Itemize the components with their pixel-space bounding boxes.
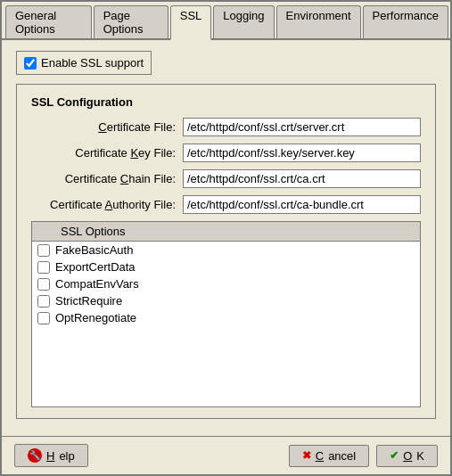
help-icon: 🔧 [28, 448, 42, 463]
tab-environment[interactable]: Environment [276, 5, 361, 38]
tab-page-options[interactable]: Page Options [94, 5, 168, 38]
ssl-option-exportcertdata-checkbox[interactable] [37, 261, 50, 274]
ssl-option-strictrequire-label: StrictRequire [55, 294, 122, 308]
cert-authority-file-label: Certificate Authority File: [31, 198, 183, 211]
cert-file-input[interactable] [183, 118, 421, 136]
help-button[interactable]: 🔧 Help [14, 444, 88, 467]
enable-ssl-label[interactable]: Enable SSL support [41, 56, 144, 70]
enable-ssl-checkbox[interactable] [24, 57, 37, 70]
cert-file-row: Certificate File: [31, 118, 421, 136]
ssl-option-strictrequire-checkbox[interactable] [37, 295, 50, 308]
tab-performance[interactable]: Performance [363, 5, 448, 38]
cert-key-file-label: Certificate Key File: [31, 146, 183, 160]
cancel-button[interactable]: ✖ Cancel [289, 445, 369, 467]
cert-chain-label-underline: C [120, 172, 128, 185]
cert-key-file-row: Certificate Key File: [31, 144, 421, 162]
dialog: General Options Page Options SSL Logging… [0, 0, 452, 476]
ssl-option-strictrequire: StrictRequire [32, 292, 420, 309]
button-bar: 🔧 Help ✖ Cancel ✔ OK [2, 436, 450, 474]
cert-authority-label-underline: A [105, 198, 113, 211]
ssl-option-exportcertdata-label: ExportCertData [55, 260, 136, 274]
ssl-options-header: SSL Options [32, 222, 420, 242]
cancel-icon: ✖ [302, 449, 311, 462]
help-underline: H [46, 449, 54, 463]
cert-authority-file-input[interactable] [183, 195, 421, 214]
ssl-option-optrenegotiate-label: OptRenegotiate [55, 311, 136, 324]
ssl-options-header-label: SSL Options [61, 225, 126, 238]
tab-ssl[interactable]: SSL [170, 5, 212, 40]
cert-chain-file-label: Certificate Chain File: [31, 172, 183, 185]
ok-button[interactable]: ✔ OK [376, 445, 438, 467]
cert-chain-file-row: Certificate Chain File: [31, 169, 421, 188]
cert-file-label-underline: C [98, 120, 106, 134]
ok-icon: ✔ [390, 449, 399, 462]
ssl-option-fakebasicauth-label: FakeBasicAuth [55, 243, 133, 257]
ssl-option-fakebasicauth-checkbox[interactable] [37, 244, 50, 257]
cancel-underline: C [316, 449, 324, 463]
ssl-option-exportcertdata: ExportCertData [32, 259, 420, 275]
right-buttons: ✖ Cancel ✔ OK [289, 445, 438, 467]
content-area: Enable SSL support SSL Configuration Cer… [2, 40, 450, 436]
ssl-option-fakebasicauth: FakeBasicAuth [32, 242, 420, 259]
ssl-config-section: SSL Configuration Certificate File: Cert… [16, 84, 436, 419]
ssl-option-compatenvvars: CompatEnvVars [32, 275, 420, 292]
ssl-option-compatenvvars-checkbox[interactable] [37, 278, 50, 291]
cert-authority-file-row: Certificate Authority File: [31, 195, 421, 214]
tab-logging[interactable]: Logging [213, 5, 274, 38]
cert-key-label-underline: K [130, 146, 138, 160]
tab-bar: General Options Page Options SSL Logging… [2, 2, 450, 40]
ssl-option-optrenegotiate-checkbox[interactable] [37, 312, 50, 324]
ssl-option-optrenegotiate: OptRenegotiate [32, 309, 420, 326]
ssl-options-empty-space [32, 326, 420, 406]
ssl-options-table: SSL Options FakeBasicAuth ExportCertData… [31, 221, 421, 407]
cert-chain-file-input[interactable] [183, 169, 421, 188]
ok-underline: O [403, 449, 412, 463]
ssl-config-title: SSL Configuration [31, 95, 421, 109]
cert-file-label: Certificate File: [31, 120, 183, 134]
ssl-option-compatenvvars-label: CompatEnvVars [55, 277, 139, 291]
enable-ssl-row: Enable SSL support [16, 51, 152, 75]
cert-key-file-input[interactable] [183, 144, 421, 162]
tab-general-options[interactable]: General Options [5, 5, 92, 38]
